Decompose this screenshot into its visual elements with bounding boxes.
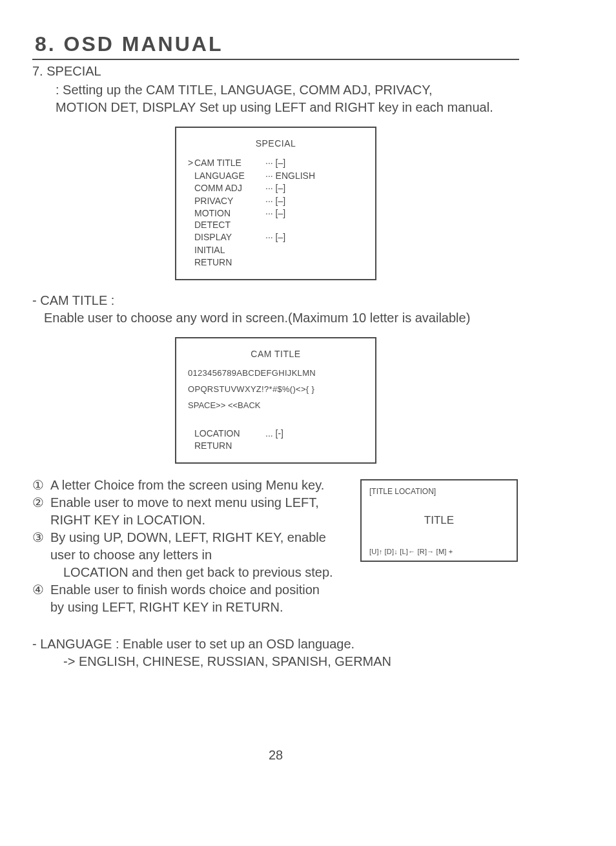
osd-cursor <box>188 208 194 231</box>
camtitle-heading: - CAM TITLE : <box>32 293 519 308</box>
osd-label: RETURN <box>194 257 265 269</box>
osd-camtitle-title: CAM TITLE <box>188 349 364 359</box>
osd-label: PRIVACY <box>194 196 265 207</box>
osd-label: DISPLAY <box>194 232 265 243</box>
osd-value <box>265 257 364 269</box>
language-section: - LANGUAGE : Enable user to set up an OS… <box>32 635 519 670</box>
osd-cursor <box>188 257 194 269</box>
section-7-special: 7. SPECIAL : Setting up the CAM TITLE, L… <box>32 64 519 116</box>
step-number: ① <box>32 477 50 494</box>
list-item: ②Enable user to move to next menu using … <box>32 494 347 529</box>
step-number: ② <box>32 494 50 529</box>
title-location-keys: [U]↑ [D]↓ [L]← [R]→ [M] + <box>369 548 509 555</box>
osd-char-line-1: 0123456789ABCDEFGHIJKLMN <box>188 368 364 378</box>
page-header: 8. OSD MANUAL <box>32 32 519 60</box>
osd-camtitle-box: CAM TITLE 0123456789ABCDEFGHIJKLMN OPQRS… <box>175 337 376 464</box>
osd-cursor: > <box>188 158 194 169</box>
osd-cursor <box>188 245 194 256</box>
osd-value: ··· [–] <box>265 196 364 207</box>
step-number: ④ <box>32 581 50 616</box>
osd-cursor <box>188 196 194 207</box>
section-description: : Setting up the CAM TITLE, LANGUAGE, CO… <box>56 81 519 116</box>
osd-value: ··· [–] <box>265 158 364 169</box>
osd-row: RETURN <box>188 440 364 452</box>
osd-label: INITIAL <box>194 245 265 256</box>
osd-value: ··· [–] <box>265 232 364 243</box>
desc-line-2: MOTION DET, DISPLAY Set up using LEFT an… <box>56 100 493 114</box>
list-item: ①A letter Choice from the screen using M… <box>32 477 347 494</box>
camtitle-description: Enable user to choose any word in screen… <box>44 309 519 327</box>
osd-row: PRIVACY··· [–] <box>188 196 364 207</box>
osd-label: CAM TITLE <box>194 158 265 169</box>
step-text: By using UP, DOWN, LEFT, RIGHT KEY, enab… <box>50 529 347 581</box>
osd-value <box>265 245 364 256</box>
osd-value: ··· [–] <box>265 183 364 194</box>
osd-special-box: SPECIAL >CAM TITLE··· [–] LANGUAGE··· EN… <box>175 127 376 280</box>
osd-row: RETURN <box>188 257 364 269</box>
page-title: 8. OSD MANUAL <box>32 32 519 56</box>
title-location-title: TITLE <box>369 514 509 527</box>
osd-label: RETURN <box>194 440 265 452</box>
osd-space-back: SPACE>> <<BACK <box>188 400 364 410</box>
osd-value: ··· [–] <box>265 208 364 231</box>
step-text: Enable user to finish words choice and p… <box>50 581 519 616</box>
osd-cursor <box>188 232 194 243</box>
language-heading: - LANGUAGE : Enable user to set up an OS… <box>32 635 519 653</box>
osd-row: MOTION DETECT··· [–] <box>188 208 364 231</box>
title-location-box: [TITLE LOCATION] TITLE [U]↑ [D]↓ [L]← [R… <box>360 479 518 562</box>
osd-label: MOTION DETECT <box>194 208 265 231</box>
osd-label: LANGUAGE <box>194 170 265 182</box>
list-item: ③By using UP, DOWN, LEFT, RIGHT KEY, ena… <box>32 529 347 581</box>
osd-cursor <box>188 183 194 194</box>
desc-line-1: : Setting up the CAM TITLE, LANGUAGE, CO… <box>56 83 433 97</box>
osd-special-title: SPECIAL <box>188 138 364 149</box>
step-text: A letter Choice from the screen using Me… <box>50 477 347 494</box>
step-number: ③ <box>32 529 50 581</box>
osd-value: ··· ENGLISH <box>265 170 364 182</box>
section-number-title: 7. SPECIAL <box>32 64 519 79</box>
osd-label: COMM ADJ <box>194 183 265 194</box>
osd-row: LOCATION... [-] <box>188 428 364 440</box>
list-item: ④Enable user to finish words choice and … <box>32 581 519 616</box>
osd-char-line-2: OPQRSTUVWXYZ!?*#$%()<>{ } <box>188 384 364 394</box>
page-number: 28 <box>32 748 519 763</box>
osd-row: INITIAL <box>188 245 364 256</box>
osd-cursor <box>188 170 194 182</box>
step-text: Enable user to move to next menu using L… <box>50 494 347 529</box>
language-options: -> ENGLISH, CHINESE, RUSSIAN, SPANISH, G… <box>63 653 519 670</box>
osd-label: LOCATION <box>194 428 265 440</box>
osd-row: DISPLAY··· [–] <box>188 232 364 243</box>
osd-row: COMM ADJ··· [–] <box>188 183 364 194</box>
osd-value: ... [-] <box>265 428 364 440</box>
title-location-head: [TITLE LOCATION] <box>369 487 509 496</box>
osd-row: LANGUAGE··· ENGLISH <box>188 170 364 182</box>
osd-row: >CAM TITLE··· [–] <box>188 158 364 169</box>
